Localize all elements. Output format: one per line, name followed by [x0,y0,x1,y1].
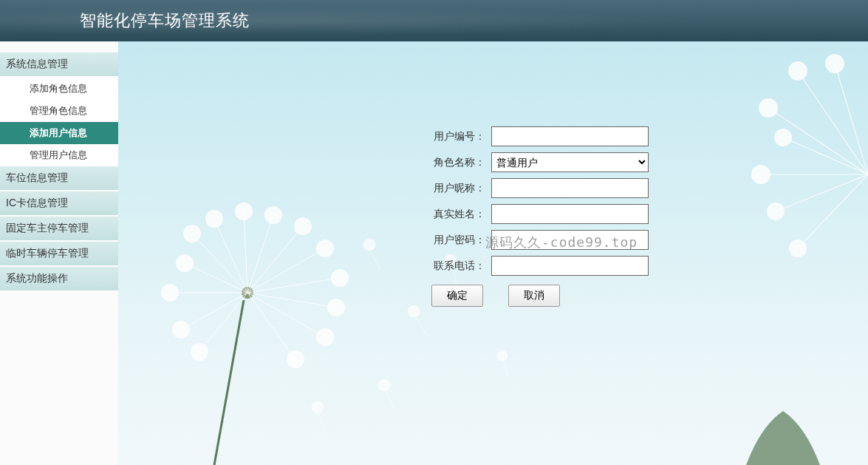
main-content: 源码久久-code99.top 用户编号： 角色名称： 普通用户 用户昵称： 真… [118,41,868,465]
menu-group-ic-card: IC卡信息管理 [0,191,118,216]
menu-item-add-role[interactable]: 添加角色信息 [0,78,118,100]
form-row-nickname: 用户昵称： [428,178,868,198]
form-row-real-name: 真实姓名： [428,204,868,224]
svg-point-37 [497,350,508,361]
watermark-text: 源码久久-code99.top [485,234,638,251]
ok-button[interactable]: 确定 [431,285,483,307]
menu-group-fixed-owner: 固定车主停车管理 [0,217,118,241]
form-row-user-id: 用户编号： [428,126,868,146]
input-nickname[interactable] [491,178,649,198]
menu-group-temp-vehicle: 临时车辆停车管理 [0,242,118,266]
user-form: 用户编号： 角色名称： 普通用户 用户昵称： 真实姓名： 用户密码： [118,41,868,307]
input-real-name[interactable] [491,204,649,224]
input-user-id[interactable] [491,126,649,146]
label-real-name: 真实姓名： [428,208,491,221]
menu-header-system-info[interactable]: 系统信息管理 [0,52,118,77]
svg-line-32 [414,315,428,337]
svg-point-29 [191,343,208,361]
main-container: 系统信息管理 添加角色信息 管理角色信息 添加用户信息 管理用户信息 车位信息管… [0,41,868,465]
label-nickname: 用户昵称： [428,182,491,195]
svg-point-41 [378,379,390,391]
svg-point-28 [172,321,190,339]
svg-point-24 [316,328,334,346]
menu-header-ic-card[interactable]: IC卡信息管理 [0,191,118,216]
input-phone[interactable] [491,256,649,276]
menu-header-system-ops[interactable]: 系统功能操作 [0,267,118,291]
app-title: 智能化停车场管理系统 [80,10,250,32]
menu-items: 添加角色信息 管理角色信息 添加用户信息 管理用户信息 [0,78,118,166]
svg-line-40 [384,389,395,411]
menu-group-system-info: 系统信息管理 添加角色信息 管理角色信息 添加用户信息 管理用户信息 [0,52,118,166]
label-role-name: 角色名称： [428,156,491,169]
svg-line-36 [502,359,510,381]
menu-header-temp-vehicle[interactable]: 临时车辆停车管理 [0,242,118,266]
label-phone: 联系电话： [428,259,491,273]
menu-item-add-user[interactable]: 添加用户信息 [0,122,118,144]
label-password: 用户密码： [428,234,491,247]
cancel-button[interactable]: 取消 [508,285,560,307]
menu-group-parking-space: 车位信息管理 [0,166,118,191]
menu-item-manage-user[interactable]: 管理用户信息 [0,144,118,166]
label-user-id: 用户编号： [428,130,491,143]
app-header: 智能化停车场管理系统 [0,0,868,41]
select-role-name[interactable]: 普通用户 [491,152,649,172]
sidebar: 系统信息管理 添加角色信息 管理角色信息 添加用户信息 管理用户信息 车位信息管… [0,41,118,465]
menu-header-parking-space[interactable]: 车位信息管理 [0,166,118,191]
menu-header-fixed-owner[interactable]: 固定车主停车管理 [0,217,118,241]
svg-point-39 [312,401,324,413]
form-row-phone: 联系电话： [428,256,868,276]
svg-line-38 [318,411,325,433]
menu-item-manage-role[interactable]: 管理角色信息 [0,100,118,122]
form-row-role-name: 角色名称： 普通用户 [428,152,868,172]
svg-point-25 [287,350,304,368]
menu-group-system-ops: 系统功能操作 [0,267,118,291]
button-row: 确定 取消 [428,285,868,307]
svg-line-0 [214,300,244,465]
svg-point-33 [408,305,420,317]
